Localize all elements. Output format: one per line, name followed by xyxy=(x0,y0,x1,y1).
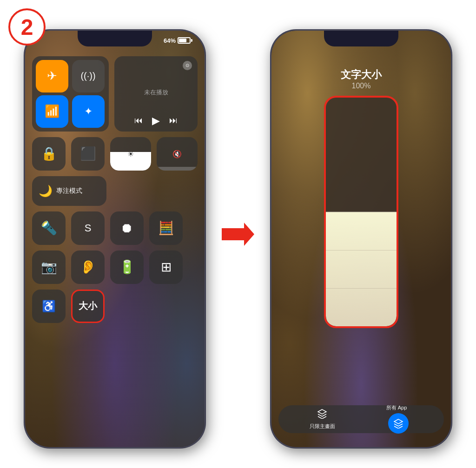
airplay-icon[interactable]: ⊙ xyxy=(183,61,192,70)
brightness-icon: ☀ xyxy=(127,149,134,158)
screen-mirror-icon: ⬛ xyxy=(80,146,96,161)
battery-widget-button[interactable]: 🔋 xyxy=(110,250,144,284)
iphone-right-screen: 文字大小 100% xyxy=(271,31,451,447)
control-center-bg: 64% ✈ ( xyxy=(25,31,205,447)
rewind-button[interactable]: ⏮ xyxy=(134,116,143,125)
qr-button[interactable]: ⊞ xyxy=(149,250,183,284)
right-arrow-icon xyxy=(222,223,254,246)
cc-top-row: ✈ ((·)) 📶 ✦ xyxy=(32,56,198,132)
battery-fill xyxy=(179,39,186,42)
volume-fill xyxy=(157,167,198,170)
slider-section-1 xyxy=(326,212,397,250)
hearing-button[interactable]: 👂 xyxy=(71,250,105,284)
volume-icon: 🔇 xyxy=(172,149,182,158)
home-screen-label: 只限主畫面 xyxy=(310,423,335,430)
main-container: 2 64% xyxy=(0,0,476,468)
step-badge: 2 xyxy=(8,8,46,46)
flashlight-icon: 🔦 xyxy=(41,220,57,236)
iphone-left: 64% ✈ ( xyxy=(24,30,205,448)
focus-mode-button[interactable]: 🌙 專注模式 xyxy=(32,176,106,206)
slider-section-3 xyxy=(326,289,397,326)
bluetooth-button[interactable]: ✦ xyxy=(72,95,105,128)
calculator-icon: 🧮 xyxy=(158,220,174,236)
textsize-bg: 文字大小 100% xyxy=(271,31,451,447)
media-block: ⊙ 未在播放 ⏮ ▶ ⏭ xyxy=(114,56,198,132)
textsize-slider-container[interactable] xyxy=(324,96,398,328)
textsize-percent: 100% xyxy=(352,82,371,90)
focus-mode-label: 專注模式 xyxy=(56,187,82,195)
arrow-container xyxy=(219,223,257,246)
media-top: ⊙ xyxy=(120,61,192,70)
wifi-icon: 📶 xyxy=(45,104,60,119)
accessibility-button[interactable]: ♿ xyxy=(32,290,66,323)
battery-info: 64% xyxy=(164,37,191,44)
cc-content: ✈ ((·)) 📶 ✦ xyxy=(32,56,198,440)
shazam-icon: S xyxy=(85,222,92,234)
qr-icon: ⊞ xyxy=(161,259,172,275)
record-icon: ⏺ xyxy=(120,220,133,236)
slider-light-portion xyxy=(326,212,397,326)
cc-second-row: 🔒 ⬛ ☀ 🔇 xyxy=(32,137,198,171)
media-title: 未在播放 xyxy=(120,74,192,111)
moon-icon: 🌙 xyxy=(39,185,53,198)
camera-button[interactable]: 📷 xyxy=(32,250,66,284)
textsize-title-area: 文字大小 100% xyxy=(271,68,451,90)
layers-icon-inactive xyxy=(317,409,327,421)
textsize-title: 文字大小 xyxy=(271,68,451,82)
camera-icon: 📷 xyxy=(41,259,57,275)
cellular-button[interactable]: ((·)) xyxy=(72,60,105,92)
iphone-left-screen: 64% ✈ ( xyxy=(25,31,205,447)
slider-section-2 xyxy=(326,250,397,288)
all-apps-active-button[interactable] xyxy=(388,413,409,434)
all-apps-label: 所有 App xyxy=(386,404,407,411)
battery-icon xyxy=(178,37,191,44)
text-size-label: 大小 xyxy=(79,300,97,312)
airplane-button[interactable]: ✈ xyxy=(36,60,68,92)
cc-focus-row: 🌙 專注模式 xyxy=(32,176,198,206)
connectivity-block: ✈ ((·)) 📶 ✦ xyxy=(32,56,109,132)
rotation-lock-button[interactable]: 🔒 xyxy=(32,137,66,171)
shazam-button[interactable]: S xyxy=(71,211,105,245)
textsize-bottom-bar: 只限主畫面 所有 App xyxy=(278,405,444,433)
airplane-icon: ✈ xyxy=(47,69,57,83)
cc-last-row: ♿ 大小 xyxy=(32,290,198,323)
wifi-button[interactable]: 📶 xyxy=(36,95,68,128)
all-apps-option[interactable]: 所有 App xyxy=(360,404,438,434)
screen-record-button[interactable]: ⏺ xyxy=(110,211,144,245)
bluetooth-icon: ✦ xyxy=(84,105,93,118)
brightness-slider[interactable]: ☀ xyxy=(110,137,151,171)
cc-apps-row-2: 📷 👂 🔋 ⊞ xyxy=(32,250,198,284)
calculator-button[interactable]: 🧮 xyxy=(149,211,183,245)
iphone-right: 文字大小 100% xyxy=(271,30,452,448)
svg-marker-0 xyxy=(222,223,254,246)
battery-percent: 64% xyxy=(164,37,176,44)
media-controls: ⏮ ▶ ⏭ xyxy=(120,115,192,127)
cc-apps-row-1: 🔦 S ⏺ 🧮 xyxy=(32,211,198,245)
screen-mirror-button[interactable]: ⬛ xyxy=(71,137,105,171)
cellular-icon: ((·)) xyxy=(80,71,95,81)
step-number: 2 xyxy=(21,14,33,40)
slider-dark-portion xyxy=(326,98,397,212)
textsize-slider-inner xyxy=(326,98,397,326)
accessibility-icon: ♿ xyxy=(42,300,56,313)
hearing-icon: 👂 xyxy=(80,259,96,275)
fastforward-button[interactable]: ⏭ xyxy=(169,116,178,125)
play-button[interactable]: ▶ xyxy=(152,115,160,127)
home-screen-option[interactable]: 只限主畫面 xyxy=(284,409,360,430)
text-size-button[interactable]: 大小 xyxy=(71,290,105,323)
lock-rotation-icon: 🔒 xyxy=(41,146,57,161)
volume-slider[interactable]: 🔇 xyxy=(157,137,198,171)
flashlight-button[interactable]: 🔦 xyxy=(32,211,66,245)
battery-widget-icon: 🔋 xyxy=(119,259,135,275)
